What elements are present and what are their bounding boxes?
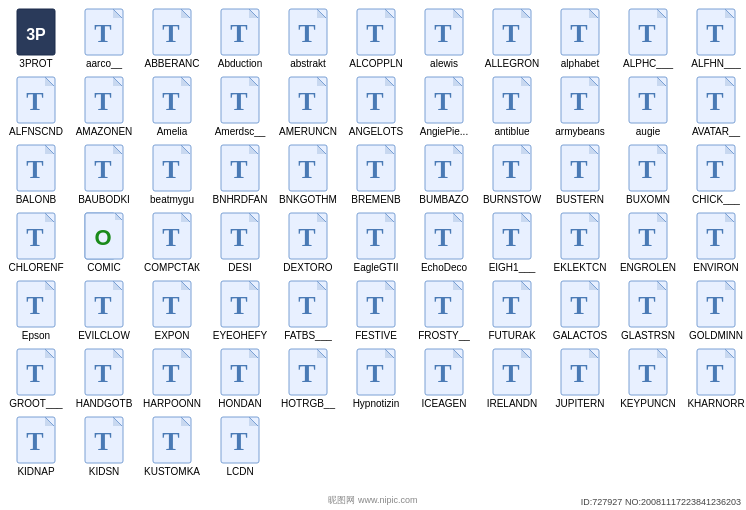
font-item[interactable]: T ABBERANC (138, 4, 206, 72)
svg-text:T: T (230, 155, 247, 184)
font-item[interactable]: T ALLEGRON (478, 4, 546, 72)
font-item[interactable]: T BUSTERN (546, 140, 614, 208)
font-item[interactable]: T armybeans (546, 72, 614, 140)
font-item[interactable]: T EYEOHEFY (206, 276, 274, 344)
font-label: BNKGOTHM (279, 194, 337, 206)
font-item[interactable]: T FROSTY__ (410, 276, 478, 344)
font-item[interactable]: T beatmygu (138, 140, 206, 208)
font-item[interactable]: T HANDGOTB (70, 344, 138, 412)
font-item[interactable]: T GALACTOS (546, 276, 614, 344)
font-item[interactable]: T KEYPUNCN (614, 344, 682, 412)
svg-text:T: T (230, 223, 247, 252)
font-item[interactable]: T KIDSN (70, 412, 138, 480)
svg-text:T: T (570, 223, 587, 252)
font-item[interactable]: T alewis (410, 4, 478, 72)
font-item[interactable]: T AVATAR__ (682, 72, 746, 140)
font-item[interactable]: T alphabet (546, 4, 614, 72)
font-item[interactable]: T KUSTOMKA (138, 412, 206, 480)
font-item[interactable]: T JUPITERN (546, 344, 614, 412)
font-icon: T (152, 416, 192, 464)
font-item[interactable]: T Amerdsc__ (206, 72, 274, 140)
font-item[interactable]: T IRELANDN (478, 344, 546, 412)
font-label: FROSTY__ (418, 330, 470, 342)
font-item[interactable]: T BNKGOTHM (274, 140, 342, 208)
font-item[interactable]: T HARPOONN (138, 344, 206, 412)
svg-text:T: T (638, 291, 655, 320)
font-item[interactable]: T antiblue (478, 72, 546, 140)
font-item[interactable]: T AMERUNCN (274, 72, 342, 140)
font-icon: T (152, 8, 192, 56)
font-item[interactable]: T ENGROLEN (614, 208, 682, 276)
font-item[interactable]: T BREMENB (342, 140, 410, 208)
font-item[interactable]: T Epson (2, 276, 70, 344)
font-item[interactable]: T FESTIVE (342, 276, 410, 344)
font-item[interactable]: T GOLDMINN (682, 276, 746, 344)
font-item[interactable]: T ALFHN___ (682, 4, 746, 72)
font-item[interactable]: T ALPHC___ (614, 4, 682, 72)
font-item[interactable]: T KIDNAP (2, 412, 70, 480)
svg-text:T: T (162, 359, 179, 388)
font-label: BURNSTOW (483, 194, 541, 206)
font-label: Abduction (218, 58, 262, 70)
font-item[interactable]: T EKLEKTCN (546, 208, 614, 276)
font-item[interactable]: T CHICK___ (682, 140, 746, 208)
font-item[interactable]: T Amelia (138, 72, 206, 140)
font-item[interactable]: T BALONB (2, 140, 70, 208)
font-item[interactable]: T BNHRDFAN (206, 140, 274, 208)
font-item[interactable]: T EagleGTII (342, 208, 410, 276)
font-item[interactable]: T FUTURAK (478, 276, 546, 344)
font-item[interactable]: T BUMBAZO (410, 140, 478, 208)
font-item[interactable]: T CHLORENF (2, 208, 70, 276)
font-icon: T (696, 144, 736, 192)
font-item[interactable]: T ENVIRON (682, 208, 746, 276)
font-item[interactable]: T ICEAGEN (410, 344, 478, 412)
font-icon: T (424, 144, 464, 192)
font-label: EKLEKTCN (554, 262, 607, 274)
svg-text:T: T (366, 291, 383, 320)
font-icon: T (492, 348, 532, 396)
font-item[interactable]: T ALFNSCND (2, 72, 70, 140)
font-item[interactable]: T HONDAN (206, 344, 274, 412)
svg-text:T: T (94, 19, 111, 48)
font-icon: T (696, 348, 736, 396)
font-item[interactable]: T GLASTRSN (614, 276, 682, 344)
font-item[interactable]: T ANGELOTS (342, 72, 410, 140)
font-item[interactable]: T augie (614, 72, 682, 140)
font-item[interactable]: O COMIC (70, 208, 138, 276)
font-icon: T (16, 212, 56, 260)
font-item[interactable]: T EVILCLOW (70, 276, 138, 344)
font-item[interactable]: 3P 3PROT (2, 4, 70, 72)
font-item[interactable]: T aarco__ (70, 4, 138, 72)
font-item[interactable]: T GROOT___ (2, 344, 70, 412)
font-item[interactable]: T EIGH1___ (478, 208, 546, 276)
font-item[interactable]: T DESI (206, 208, 274, 276)
font-item[interactable]: T abstrakt (274, 4, 342, 72)
font-item[interactable]: T COMPCTАК (138, 208, 206, 276)
font-label: aarco__ (86, 58, 122, 70)
font-item[interactable]: T ALCOPPLN (342, 4, 410, 72)
font-item[interactable]: T LCDN (206, 412, 274, 480)
font-icon: T (560, 144, 600, 192)
font-item[interactable]: T EchoDeco (410, 208, 478, 276)
font-item[interactable]: T FATBS___ (274, 276, 342, 344)
font-item[interactable]: T BUXOMN (614, 140, 682, 208)
font-item[interactable]: T AngiePie... (410, 72, 478, 140)
font-item[interactable]: T DEXTORO (274, 208, 342, 276)
font-item[interactable]: T AMAZONEN (70, 72, 138, 140)
font-item[interactable]: T BAUBODKI (70, 140, 138, 208)
font-item[interactable]: T Abduction (206, 4, 274, 72)
font-item[interactable]: T KHARNORR (682, 344, 746, 412)
svg-text:T: T (230, 19, 247, 48)
font-label: AVATAR__ (692, 126, 740, 138)
svg-text:T: T (162, 427, 179, 456)
font-item[interactable]: T Hypnotizin (342, 344, 410, 412)
font-icon: T (356, 8, 396, 56)
font-icon: T (628, 76, 668, 124)
svg-text:3P: 3P (26, 26, 46, 43)
svg-text:T: T (434, 359, 451, 388)
font-item[interactable]: T EXPON (138, 276, 206, 344)
font-label: EXPON (154, 330, 189, 342)
font-item[interactable]: T BURNSTOW (478, 140, 546, 208)
font-label: AMERUNCN (279, 126, 337, 138)
font-item[interactable]: T HOTRGB__ (274, 344, 342, 412)
